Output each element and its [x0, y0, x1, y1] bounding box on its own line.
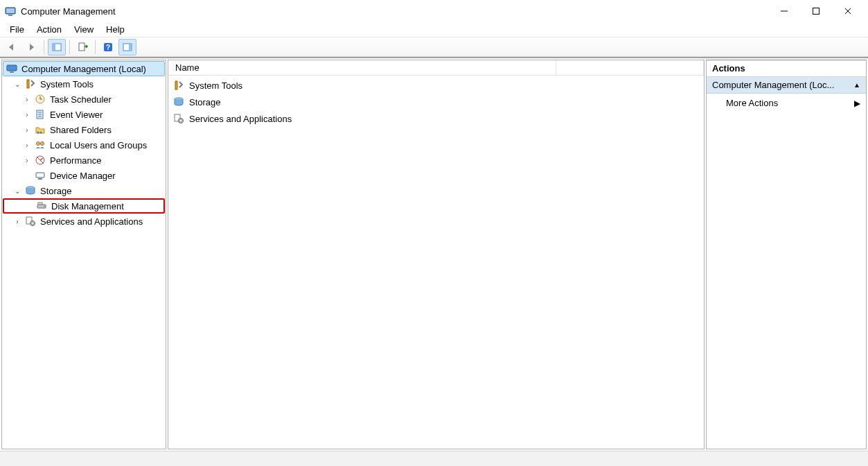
maximize-button[interactable] [800, 0, 832, 22]
storage-icon [172, 96, 185, 108]
show-hide-action-pane-button[interactable] [118, 39, 136, 55]
tree-label: Computer Management (Local) [20, 64, 148, 74]
svg-point-40 [32, 223, 33, 224]
svg-rect-32 [38, 178, 42, 180]
expander-icon[interactable]: ⌄ [12, 80, 22, 88]
menu-help[interactable]: Help [100, 23, 130, 36]
help-button[interactable]: ? [99, 39, 117, 55]
back-button[interactable] [3, 39, 21, 55]
actions-item-label: More Actions [726, 98, 778, 108]
menu-action[interactable]: Action [31, 23, 67, 36]
tree-item-services-applications[interactable]: › Services and Applications [3, 214, 165, 229]
actions-header: Actions [707, 60, 866, 77]
svg-point-26 [37, 142, 40, 146]
tree-label: Task Scheduler [48, 94, 113, 105]
tree-label: Device Manager [48, 171, 117, 181]
toolbar-separator [44, 40, 44, 54]
actions-group-label: Computer Management (Loc... [712, 80, 834, 90]
event-viewer-icon [34, 108, 46, 121]
tree-item-disk-management[interactable]: Disk Management [3, 198, 165, 214]
svg-rect-14 [7, 65, 17, 71]
list-item-system-tools[interactable]: System Tools [171, 77, 701, 94]
expander-icon[interactable]: › [22, 157, 32, 164]
tree-label: Local Users and Groups [48, 140, 148, 150]
list-item-services-applications[interactable]: Services and Applications [171, 110, 701, 127]
tree-item-performance[interactable]: › Performance [3, 153, 165, 168]
system-tools-icon [24, 78, 37, 90]
services-apps-icon [172, 112, 185, 125]
window-controls [768, 0, 864, 22]
task-scheduler-icon [34, 93, 46, 105]
chevron-right-icon: ▶ [854, 98, 860, 108]
tree-label: Services and Applications [39, 216, 144, 227]
list-header: Name [168, 60, 704, 76]
tree-label: System Tools [39, 79, 95, 89]
svg-rect-9 [79, 43, 85, 51]
content-list-panel: Name System Tools Storage Services and A… [168, 60, 705, 449]
app-icon [4, 5, 17, 17]
svg-rect-2 [6, 8, 15, 13]
statusbar [0, 451, 868, 466]
column-header-empty[interactable] [556, 60, 704, 75]
toolbar-separator [69, 40, 70, 54]
svg-point-24 [37, 132, 39, 134]
svg-text:?: ? [106, 44, 110, 51]
tree-item-shared-folders[interactable]: › Shared Folders [3, 122, 165, 137]
minimize-button[interactable] [768, 0, 800, 22]
actions-group-header[interactable]: Computer Management (Loc... ▲ [707, 77, 866, 94]
svg-point-36 [44, 206, 45, 207]
computer-mgmt-icon [6, 62, 18, 75]
shared-folders-icon [34, 123, 46, 136]
list-label: Services and Applications [189, 114, 292, 124]
storage-icon [24, 184, 37, 197]
actions-item-more-actions[interactable]: More Actions ▶ [707, 94, 866, 112]
toolbar-separator [95, 40, 96, 54]
svg-rect-4 [813, 8, 820, 15]
svg-rect-33 [37, 173, 44, 177]
expander-icon[interactable]: › [22, 126, 32, 134]
svg-rect-13 [129, 44, 132, 51]
svg-point-27 [41, 142, 44, 146]
list-item-storage[interactable]: Storage [171, 94, 701, 110]
close-button[interactable] [832, 0, 864, 22]
export-list-button[interactable] [73, 39, 91, 55]
svg-rect-1 [8, 15, 12, 16]
expander-icon[interactable]: › [22, 111, 32, 119]
tree-label: Event Viewer [48, 110, 104, 120]
tree-item-task-scheduler[interactable]: › Task Scheduler [3, 92, 165, 107]
list-label: Storage [189, 97, 221, 107]
main-area: Computer Management (Local) ⌄ System Too… [0, 57, 868, 451]
system-tools-icon [172, 79, 185, 92]
tree-item-system-tools[interactable]: ⌄ System Tools [3, 76, 165, 92]
tree-label: Performance [48, 155, 103, 166]
actions-panel: Actions Computer Management (Loc... ▲ Mo… [706, 60, 867, 449]
forward-button[interactable] [22, 39, 40, 55]
svg-point-25 [40, 132, 42, 134]
tree-item-event-viewer[interactable]: › Event Viewer [3, 107, 165, 122]
expander-icon[interactable]: ⌄ [12, 187, 22, 195]
services-apps-icon [24, 215, 37, 227]
collapse-icon: ▲ [853, 81, 860, 89]
menu-file[interactable]: File [4, 23, 30, 36]
expander-icon[interactable]: › [22, 141, 32, 149]
expander-icon[interactable]: › [22, 96, 32, 103]
users-groups-icon [34, 139, 46, 151]
tree-label: Shared Folders [48, 125, 113, 135]
menu-view[interactable]: View [69, 23, 99, 36]
tree-item-device-manager[interactable]: Device Manager [3, 168, 165, 183]
disk-mgmt-icon [35, 200, 48, 212]
show-hide-tree-button[interactable] [48, 39, 66, 55]
performance-icon [34, 154, 46, 166]
svg-point-45 [180, 120, 181, 121]
tree-item-storage[interactable]: ⌄ Storage [3, 183, 165, 198]
column-header-name[interactable]: Name [168, 60, 556, 75]
svg-rect-41 [175, 81, 177, 89]
tree-item-local-users-groups[interactable]: › Local Users and Groups [3, 137, 165, 153]
tree-label: Disk Management [50, 201, 125, 212]
tree-root-computer-management[interactable]: Computer Management (Local) [3, 61, 165, 76]
window-title: Computer Management [21, 6, 116, 17]
tree-label: Storage [39, 186, 73, 196]
expander-icon[interactable]: › [12, 218, 22, 225]
navigation-tree-panel: Computer Management (Local) ⌄ System Too… [1, 60, 166, 449]
svg-rect-15 [10, 71, 14, 73]
